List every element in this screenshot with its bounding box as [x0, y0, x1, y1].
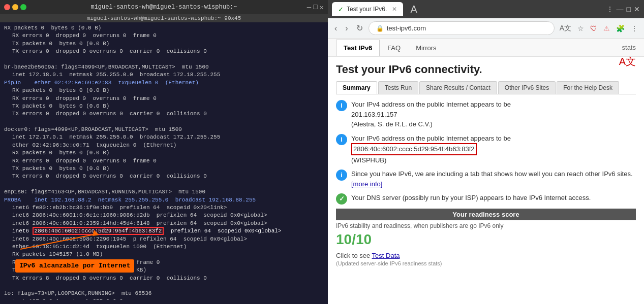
extensions-icon[interactable]: 🧩 [614, 22, 627, 35]
browser-minimize-icon[interactable]: — [617, 5, 624, 13]
terminal-line: TX packets 0 bytes 0 (0.0 B) [4, 103, 324, 110]
test-data-link[interactable]: Test Data [372, 252, 400, 259]
terminal-window: miguel-santos-wh@miguel-santos-wisphub:~… [0, 0, 328, 304]
result-ipv6: i Your IPv6 address on the public Intern… [336, 133, 636, 165]
ipv6-info-msg: Since you have IPv6, we are including a … [351, 170, 633, 178]
result-ipv6-info-text: Since you have IPv6, we are including a … [351, 169, 636, 189]
address-bar[interactable]: 🔒 test-ipv6.com [369, 21, 555, 35]
terminal-highlighted-line: inet6 2806:40c:6002:cccc:5d29:954f:4b63:… [4, 227, 324, 235]
terminal-line: RX packets 0 bytes 0 (0.0 B) [4, 24, 324, 32]
browser-tab-active[interactable]: ✓ Test your IPv6. ✕ [332, 2, 403, 16]
site-tab-test-ipv6[interactable]: Test IPv6 [336, 40, 380, 56]
more-info-link[interactable]: [more info] [351, 180, 382, 188]
result-ipv6-text: Your IPv6 address on the public Internet… [351, 133, 636, 165]
site-stats-link[interactable]: stats [622, 44, 636, 51]
terminal-line: TX packets 0 bytes 0 (0.0 B) [4, 40, 324, 48]
nav-icons: A文 ☆ 🛡 ⚠ 🧩 ⋮ [558, 22, 640, 35]
brave-icon[interactable]: ⚠ [601, 22, 612, 35]
tab-favicon: ✓ [338, 6, 344, 13]
browser-window: ✓ Test your IPv6. ✕ A ⋮ — □ ✕ ‹ › ↻ 🔒 te… [328, 0, 644, 304]
terminal-max-btn[interactable] [20, 4, 26, 10]
bookmark-icon[interactable]: ☆ [575, 22, 586, 35]
site-tab-faq[interactable]: FAQ [380, 40, 408, 56]
terminal-minimize-icon[interactable]: — [307, 3, 311, 12]
tab-close-icon[interactable]: ✕ [392, 6, 397, 13]
terminal-line: RX packets 0 bytes 0 (0.0 B) [4, 87, 324, 94]
ipv6-address: 2806:40c:6002:cccc:5d29:954f:4b63:83f2 [351, 143, 477, 155]
readiness-score: 10/10 [336, 230, 504, 249]
info-icon-2: i [336, 134, 347, 145]
translate-icon[interactable]: A文 [558, 22, 573, 35]
site-tab-mirrors[interactable]: Mirrors [408, 40, 444, 56]
terminal-line: inet 172.18.0.1 netmask 255.255.0.0 broa… [4, 71, 324, 79]
forward-button[interactable]: › [343, 22, 350, 35]
address-text: test-ipv6.com [387, 24, 547, 32]
terminal-line: inet6 2806:40c:6001:0:2359:14hd:45d4:614… [4, 220, 324, 227]
test-data-prefix: Click to see [336, 252, 370, 259]
terminal-line: RX errors 0 dropped 0 overruns 0 frame 0 [4, 95, 324, 103]
terminal-maximize-icon[interactable]: □ [313, 3, 317, 12]
shield-icon[interactable]: 🛡 [588, 22, 599, 35]
site-nav: Test IPv6 FAQ Mirrors stats A文 [328, 39, 644, 57]
terminal-line: docker0: flags=4099<UP,BROADCAST,MULTICA… [4, 126, 324, 133]
terminal-line: RX errors 0 dropped 0 overruns 0 frame 0 [4, 157, 324, 165]
ipv4-address: 201.163.91.157 [351, 110, 636, 120]
back-button[interactable]: ‹ [332, 22, 340, 35]
terminal-line: RX packets 0 bytes 0 (0.0 B) [4, 149, 324, 157]
sub-tab-other-ipv6[interactable]: Other IPv6 Sites [498, 81, 556, 94]
terminal-line: inet6 2806:40c:6002:598c:2290:1945 p ref… [4, 235, 324, 243]
terminal-line: TX packets 0 bytes 0 (0.0 B) [4, 165, 324, 173]
reload-button[interactable]: ↻ [354, 21, 365, 35]
ipv4-label: Your IPv4 address on the public Internet… [351, 100, 511, 108]
result-ipv6-info: i Since you have IPv6, we are including … [336, 169, 636, 189]
sub-tab-summary[interactable]: Summary [336, 81, 377, 94]
browser-maximize-icon[interactable]: □ [627, 5, 631, 13]
dns-msg: Your DNS server (possibly run by your IS… [351, 194, 591, 201]
readiness-details: IPv6 stability and readiness, when publi… [336, 221, 504, 249]
terminal-line: PipJo ether 02:42:8e:69:e2:83 txqueuelen… [4, 79, 324, 87]
address-lock-icon: 🔒 [376, 25, 384, 32]
browser-titlebar: ✓ Test your IPv6. ✕ A ⋮ — □ ✕ [328, 0, 644, 18]
info-icon-3: i [336, 170, 347, 181]
sub-tab-share-results[interactable]: Share Results / Contact [419, 81, 497, 94]
check-icon-1: ✓ [336, 193, 347, 205]
result-ipv4-text: Your IPv4 address on the public Internet… [351, 99, 636, 129]
result-dns-text: Your DNS server (possibly run by your IS… [351, 193, 636, 203]
terminal-line [4, 282, 324, 290]
browser-menu-icon[interactable]: ⋮ [606, 5, 614, 13]
readiness-section: Your readiness score IPv6 stability and … [336, 209, 636, 249]
sub-tab-tests-run[interactable]: Tests Run [378, 81, 418, 94]
terminal-min-btn[interactable] [12, 4, 18, 10]
terminal-line: inet6 2806:40c:6001:0:6c1e:1060:9086:d2d… [4, 212, 324, 219]
translate-overlay-icon[interactable]: A文 [619, 55, 636, 69]
ipv6-annotation: IPv6 alcanzable por Internet [15, 249, 134, 273]
results-list: i Your IPv4 address on the public Intern… [336, 99, 636, 205]
ipv6-intro-text: Your IPv6 address on the public Internet… [351, 134, 511, 142]
terminal-line [4, 118, 324, 126]
terminal-line: ether 02:42:96:3c:c0:71 txqueuelen 0 (Et… [4, 142, 324, 149]
sub-tab-help-desk[interactable]: For the Help Desk [557, 81, 619, 94]
updated-text: (Updated server-side IPv6 readiness stat… [336, 260, 636, 266]
browser-navbar: ‹ › ↻ 🔒 test-ipv6.com A文 ☆ 🛡 ⚠ 🧩 ⋮ [328, 18, 644, 39]
terminal-title: miguel-santos-wh@miguel-santos-wisphub:~ [4, 4, 324, 11]
terminal-line: TX errors 8 dropped 0 overruns 0 carrier… [4, 275, 324, 282]
page-title: Test your IPv6 connectivity. [336, 63, 636, 76]
terminal-line: lo: flags=73<UP,LOOPBACK,RUNNING> mtu 65… [4, 290, 324, 297]
browser-close-icon[interactable]: ✕ [634, 5, 640, 13]
terminal-titlebar: miguel-santos-wh@miguel-santos-wisphub:~… [0, 0, 328, 14]
ipv6-label: IPv6 alcanzable por Internet [15, 259, 134, 273]
new-tab-button[interactable]: A [406, 4, 421, 15]
settings-icon[interactable]: ⋮ [629, 22, 640, 35]
readiness-sub-text: IPv6 stability and readiness, when publi… [336, 221, 504, 230]
result-dns: ✓ Your DNS server (possibly run by your … [336, 193, 636, 205]
terminal-line: PROBA inet 192.168.88.2 netmask 255.255.… [4, 196, 324, 204]
terminal-line: inet 127.0.0.1 netmask 255.0.0.0 [4, 298, 324, 300]
terminal-line: enp1s0: flags=4163<UP,BROADCAST,RUNNING,… [4, 188, 324, 196]
readiness-content: IPv6 stability and readiness, when publi… [336, 221, 636, 249]
test-data-section: Click to see Test Data [336, 252, 636, 259]
terminal-content: RX packets 0 bytes 0 (0.0 B) RX errors 0… [0, 22, 328, 300]
page-main: Test your IPv6 connectivity. Summary Tes… [328, 57, 644, 304]
terminal-close-btn[interactable] [4, 4, 10, 10]
terminal-close-icon[interactable]: ✕ [320, 3, 324, 12]
terminal-line: TX errors 0 dropped 0 overruns 0 carrier… [4, 110, 324, 118]
